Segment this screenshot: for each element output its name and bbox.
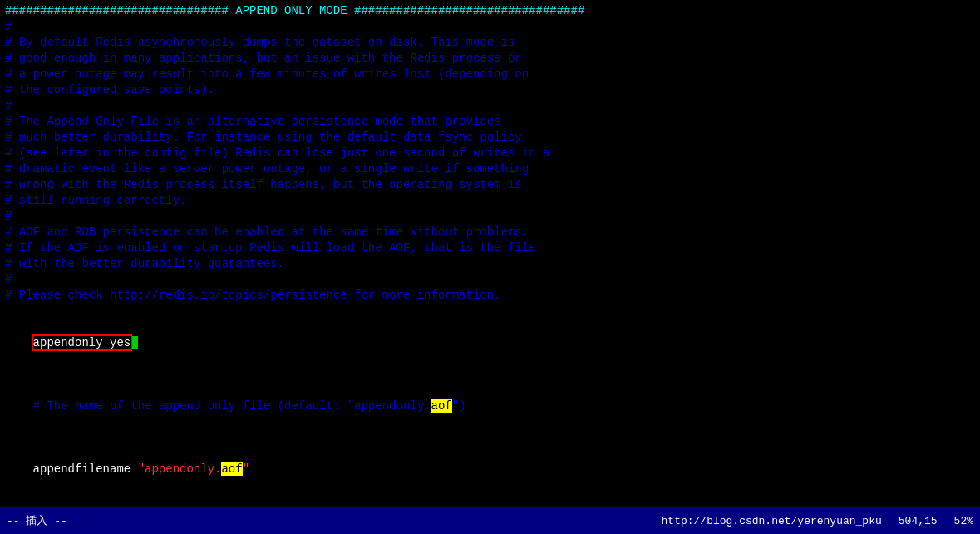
- appendonly-line: appendonly yes: [5, 319, 975, 367]
- comment-line-9: # wrong with the Redis process itself ha…: [5, 177, 975, 193]
- appendfilename-value-red: "appendonly.: [138, 462, 222, 476]
- status-percent: 52%: [954, 515, 973, 527]
- comment-line-10: # still running correctly.: [5, 193, 975, 209]
- comment-line-7: # (see later in the config file) Redis c…: [5, 146, 975, 161]
- comment-line-2: # good enough in many applications, but …: [5, 51, 975, 67]
- comment-blank-4: #: [5, 272, 975, 288]
- comment-aof-end: "): [452, 399, 466, 413]
- blank-line-2: [5, 367, 975, 383]
- status-url: http://blog.csdn.net/yerenyuan_pku: [662, 515, 882, 527]
- comment-line-5: # The Append Only File is an alternative…: [5, 114, 975, 130]
- blank-line-1: [5, 304, 975, 319]
- appendfilename-close-quote: ": [243, 462, 249, 476]
- status-mode: -- 插入 --: [7, 513, 67, 528]
- comment-line-13: # with the better durability guarantees.: [5, 256, 975, 272]
- aof-highlight-comment: aof: [431, 399, 452, 413]
- comment-blank-3: #: [5, 209, 975, 225]
- comment-line-14: # Please check http://redis.io/topics/pe…: [5, 288, 975, 304]
- comment-line-6: # much better durability. For instance u…: [5, 130, 975, 146]
- comment-aof-line: # The name of the append only file (defa…: [5, 383, 975, 430]
- status-position: 504,15: [899, 515, 938, 527]
- comment-line-11: # AOF and RDB persistence can be enabled…: [5, 225, 975, 240]
- comment-blank-1: #: [5, 19, 975, 35]
- comment-line-8: # dramatic event like a server power out…: [5, 161, 975, 177]
- appendfilename-line: appendfilename "appendonly.aof": [5, 446, 975, 493]
- comment-line-4: # the configured save points).: [5, 82, 975, 98]
- status-right: http://blog.csdn.net/yerenyuan_pku 504,1…: [662, 515, 973, 527]
- comment-aof-text: # The name of the append only file (defa…: [33, 399, 431, 413]
- appendfilename-keyword: appendfilename: [33, 462, 138, 476]
- cursor: [131, 336, 137, 349]
- comment-line-12: # If the AOF is enabled on startup Redis…: [5, 240, 975, 256]
- blank-line-3: [5, 430, 975, 446]
- comment-blank-2: #: [5, 98, 975, 114]
- comment-line-3: # a power outage may result into a few m…: [5, 67, 975, 82]
- section-divider: ################################ APPEND …: [5, 3, 975, 19]
- terminal: ################################ APPEND …: [0, 0, 980, 507]
- appendonly-red-box: appendonly yes: [33, 336, 131, 349]
- statusbar: -- 插入 -- http://blog.csdn.net/yerenyuan_…: [0, 507, 980, 534]
- blank-line-4: [5, 493, 975, 507]
- comment-line-1: # By default Redis asynchronously dumps …: [5, 35, 975, 51]
- aof-highlight-appendfilename: aof: [221, 462, 242, 476]
